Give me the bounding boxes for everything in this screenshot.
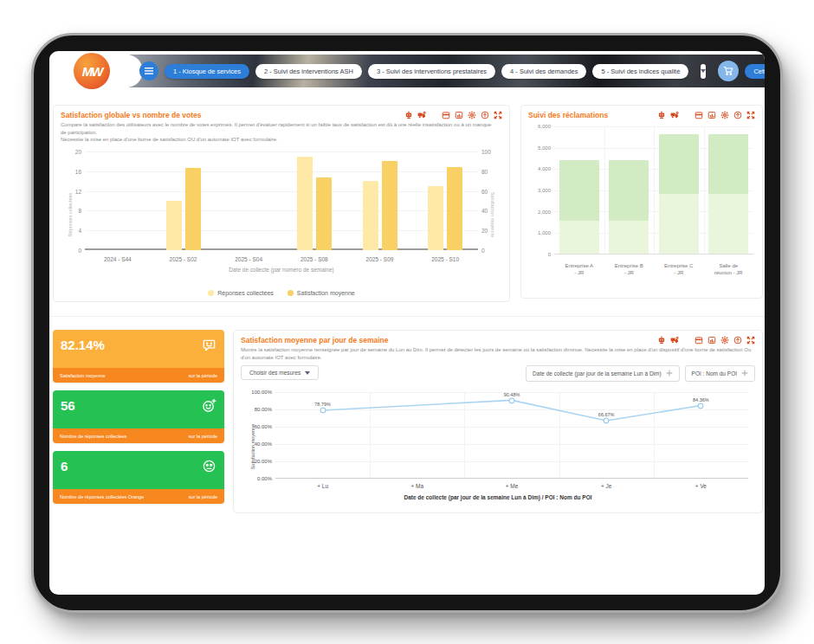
gear-icon[interactable]: [720, 111, 729, 119]
kpi-card-3[interactable]: 6Nombre de réponses collectées Orangesur…: [53, 451, 224, 504]
data-point-label: 66.67%: [598, 412, 615, 417]
smiley-comment-icon: [202, 338, 216, 352]
kpi-footer: Satisfaction moyennesur la période: [53, 368, 224, 383]
chart-image-icon[interactable]: [455, 111, 463, 119]
gear-icon[interactable]: [741, 370, 748, 377]
data-point-Me[interactable]: [509, 397, 515, 403]
plot-area: 78.79%90.48%66.67%84.36%: [275, 392, 748, 479]
gridline: [85, 151, 478, 152]
left-tick: 8: [62, 208, 81, 214]
robot-icon[interactable]: [657, 111, 666, 119]
kpi-main: 56: [53, 390, 224, 428]
data-point-Je[interactable]: [604, 418, 610, 424]
chart-image-icon[interactable]: [707, 336, 716, 345]
bar-responses-2025 - S09[interactable]: [363, 181, 378, 250]
vgridline: [604, 126, 605, 254]
legend-item[interactable]: Réponses collectées: [208, 290, 274, 296]
calendar-icon[interactable]: [442, 111, 450, 119]
bar-responses-2025 - S08[interactable]: [297, 157, 313, 250]
description-line-1: Compare la satisfaction des utilisateurs…: [61, 122, 491, 135]
reclamations-bar-chart: 01,0002,0003,0004,0005,0006,000Entrepris…: [528, 125, 755, 279]
gear-icon[interactable]: [468, 111, 476, 119]
chart-image-icon[interactable]: [707, 111, 716, 119]
panel-description: Montre la satisfaction moyenne renseigné…: [241, 346, 755, 361]
x-axis-title: Date de collecte (par jour de la semaine…: [241, 494, 755, 500]
bar-upper-0[interactable]: [559, 160, 599, 221]
kpi-value: 56: [61, 398, 216, 413]
panel-toolbar: [657, 336, 755, 345]
kpi-period: sur la période: [189, 434, 217, 439]
expand-icon[interactable]: [746, 336, 755, 345]
right-tick: 20: [481, 228, 501, 234]
upload-icon[interactable]: [733, 336, 742, 345]
nav-tab-2[interactable]: 2 - Suivi des interventions ASH: [255, 64, 362, 79]
kpi-main: 82.14%: [53, 330, 224, 368]
panel-reclamations: Suivi des réclamations 01,0002,0003,0004…: [520, 105, 763, 299]
upload-icon[interactable]: [481, 111, 489, 119]
upload-icon[interactable]: [733, 111, 742, 119]
nav-tab-3[interactable]: 3 - Suivi des interventions prestataires: [368, 64, 495, 79]
expand-icon[interactable]: [494, 111, 502, 119]
bar-lower-1[interactable]: [609, 221, 649, 254]
bar-upper-2[interactable]: [659, 134, 699, 195]
x-tick-label: + Lu: [317, 483, 328, 489]
filter-chip-1[interactable]: Date de collecte (par jour de la semaine…: [526, 365, 680, 382]
bar-satisfaction-2025 - S08[interactable]: [316, 177, 332, 250]
calendar-icon[interactable]: [694, 111, 703, 119]
bar-upper-1[interactable]: [609, 160, 649, 221]
nav-tab-4[interactable]: 4 - Suivi des demandes: [501, 64, 586, 79]
truck-gear-icon[interactable]: [670, 336, 679, 345]
panel-toolbar: [404, 111, 502, 119]
expand-icon[interactable]: [746, 111, 755, 119]
robot-icon[interactable]: [404, 111, 413, 119]
y-tick: 0.00%: [242, 476, 272, 481]
legend-dot: [287, 290, 294, 296]
panel-satisfaction-votes: Satisfaction globale vs nombre de votes …: [53, 105, 510, 302]
plot-area: [554, 126, 753, 254]
logo-plate: MW: [49, 55, 143, 87]
truck-gear-icon[interactable]: [417, 111, 426, 119]
data-point-Ve[interactable]: [698, 402, 704, 409]
filter-chip-2[interactable]: POI : Nom du POI: [685, 365, 755, 382]
mw-logo[interactable]: MW: [74, 53, 110, 89]
chart-legend: Réponses collectéesSatisfaction moyenne: [61, 290, 502, 296]
choose-measures-button[interactable]: Choisir des mesures: [241, 365, 319, 380]
kpi-card-1[interactable]: 82.14%Satisfaction moyennesur la période: [53, 330, 224, 383]
chart-controls: Choisir des mesures Date de collecte (pa…: [241, 365, 755, 382]
data-point-Lu[interactable]: [320, 408, 326, 414]
votes-bar-chart: Réponses collectéesSatisfaction moyenne0…: [61, 148, 502, 276]
bar-responses-2025 - S02[interactable]: [166, 201, 182, 250]
bar-responses-2025 - S10[interactable]: [428, 186, 443, 250]
nav-tab-1[interactable]: 1 - Kiosque de services: [165, 64, 249, 79]
bar-satisfaction-2025 - S10[interactable]: [447, 167, 462, 250]
gear-icon[interactable]: [666, 370, 673, 377]
period-label: Cette semaine: [753, 68, 765, 75]
x-axis-line: [85, 248, 478, 250]
y-tick: 20.00%: [242, 459, 272, 464]
calendar-icon[interactable]: [694, 336, 703, 345]
gridline: [85, 191, 478, 192]
y-tick: 1,000: [530, 230, 551, 235]
gear-icon[interactable]: [720, 336, 729, 345]
kpi-label: Satisfaction moyenne: [60, 373, 106, 378]
nav-more-dropdown[interactable]: [701, 64, 706, 79]
vgridline: [654, 126, 655, 254]
period-selector[interactable]: Cette semaine: [745, 64, 765, 79]
x-tick-label: Entreprise C- JR: [664, 263, 693, 277]
bar-upper-3[interactable]: [708, 134, 748, 195]
bar-lower-0[interactable]: [559, 221, 599, 254]
legend-item[interactable]: Satisfaction moyenne: [287, 290, 355, 296]
kpi-footer: Nombre de réponses collectées Orangesur …: [53, 489, 224, 504]
kpi-card-2[interactable]: 56Nombre de réponses collectéessur la pé…: [53, 390, 224, 443]
bar-satisfaction-2025 - S09[interactable]: [382, 161, 397, 250]
bar-lower-3[interactable]: [708, 194, 748, 254]
bar-satisfaction-2025 - S02[interactable]: [185, 168, 201, 250]
robot-icon[interactable]: [657, 336, 666, 345]
right-tick: 40: [481, 208, 501, 214]
x-tick-label: 2025 - S02: [170, 256, 197, 262]
menu-button[interactable]: [139, 61, 158, 80]
cart-button[interactable]: [718, 61, 739, 81]
truck-gear-icon[interactable]: [670, 111, 679, 119]
bar-lower-2[interactable]: [659, 194, 699, 254]
nav-tab-5[interactable]: 5 - Suivi des indices qualité: [592, 64, 688, 79]
